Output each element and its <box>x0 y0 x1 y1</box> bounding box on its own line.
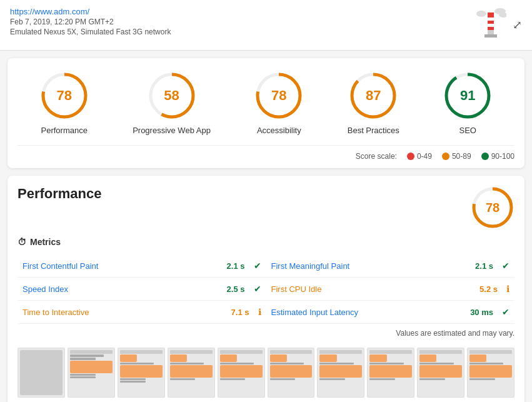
metric-fcp-icon: ✔ <box>254 261 261 271</box>
metrics-header: ⏱ Metrics <box>18 237 514 247</box>
site-url[interactable]: https://www.adm.com/ <box>10 7 89 16</box>
metric-fcp: First Contentful Paint 2.1 s ✔ <box>18 254 266 278</box>
metric-eil-icon: ✔ <box>502 307 509 317</box>
svg-rect-6 <box>484 34 497 38</box>
scale-dot-green <box>481 153 489 160</box>
svg-rect-4 <box>488 24 494 27</box>
score-value-best-practices: 87 <box>366 88 381 104</box>
share-button[interactable]: ⤢ <box>513 18 522 32</box>
thumbnail-10 <box>467 348 514 398</box>
thumbnail-5 <box>218 348 265 398</box>
score-item-best-practices: 87 Best Practices <box>348 71 399 135</box>
score-item-accessibility: 78 Accessibility <box>254 71 304 135</box>
score-item-pwa: 58 Progressive Web App <box>133 71 211 135</box>
thumbnail-9 <box>417 348 464 398</box>
thumbnail-3 <box>118 348 165 398</box>
metric-fci: First CPU Idle 5.2 s ℹ <box>266 278 515 301</box>
thumbnail-6 <box>268 348 315 398</box>
scale-range-red: 0-49 <box>417 152 432 161</box>
metrics-label: Metrics <box>30 237 61 247</box>
score-label-best-practices: Best Practices <box>348 126 399 135</box>
scale-range-orange: 50-89 <box>452 152 471 161</box>
thumbnail-1 <box>18 348 65 398</box>
lighthouse-icon <box>475 6 506 44</box>
score-value-performance: 78 <box>56 88 71 104</box>
scale-label: Score scale: <box>356 152 397 161</box>
metric-si-value: 2.5 s <box>227 284 245 294</box>
score-scale: Score scale: 0-49 50-89 90-100 <box>18 145 514 161</box>
score-ring-performance: 78 <box>39 71 89 121</box>
metric-tti-value: 7.1 s <box>231 308 249 317</box>
top-bar: https://www.adm.com/ Feb 7, 2019, 12:20 … <box>0 0 532 51</box>
scan-date: Feb 7, 2019, 12:20 PM GMT+2 <box>10 18 171 26</box>
stopwatch-icon: ⏱ <box>18 237 26 247</box>
metric-fmp-value: 2.1 s <box>475 261 493 271</box>
metric-fcp-name: First Contentful Paint <box>23 261 222 271</box>
site-info: https://www.adm.com/ Feb 7, 2019, 12:20 … <box>10 6 171 36</box>
score-ring-best-practices: 87 <box>348 71 398 121</box>
scan-config: Emulated Nexus 5X, Simulated Fast 3G net… <box>10 28 171 36</box>
svg-point-7 <box>476 11 486 17</box>
score-ring-pwa: 58 <box>147 71 197 121</box>
svg-rect-5 <box>488 27 494 30</box>
thumbnail-4 <box>168 348 215 398</box>
thumbnail-8 <box>367 348 414 398</box>
metric-fci-icon: ℹ <box>506 284 509 294</box>
metric-eil-name: Estimated Input Latency <box>271 308 466 317</box>
scale-red: 0-49 <box>407 152 432 161</box>
score-label-seo: SEO <box>459 126 476 135</box>
scale-orange: 50-89 <box>442 152 471 161</box>
svg-rect-2 <box>488 18 494 21</box>
svg-rect-1 <box>488 13 494 18</box>
metric-si: Speed Index 2.5 s ✔ <box>18 278 266 301</box>
score-value-accessibility: 78 <box>271 88 286 104</box>
metric-tti-icon: ℹ <box>258 307 261 317</box>
performance-title: Performance <box>18 186 102 202</box>
scale-dot-red <box>407 153 414 160</box>
metric-fci-name: First CPU Idle <box>271 284 475 294</box>
scores-card: 78 Performance 58 Progressive Web App <box>8 58 524 168</box>
metric-tti-name: Time to Interactive <box>23 308 226 317</box>
metric-fmp-name: First Meaningful Paint <box>271 261 471 271</box>
score-item-seo: 91 SEO <box>443 71 493 135</box>
score-value-pwa: 58 <box>164 88 179 104</box>
thumbnail-7 <box>317 348 364 398</box>
metric-fci-value: 5.2 s <box>479 284 498 294</box>
score-item-performance: 78 Performance <box>39 71 89 135</box>
metric-si-name: Speed Index <box>23 284 222 294</box>
score-label-accessibility: Accessibility <box>257 126 301 135</box>
metric-tti: Time to Interactive 7.1 s ℹ <box>18 301 266 324</box>
score-label-performance: Performance <box>41 126 87 135</box>
performance-ring-score: 78 <box>486 201 499 215</box>
metrics-grid: First Contentful Paint 2.1 s ✔ First Mea… <box>18 254 514 324</box>
values-note: Values are estimated and may vary. <box>18 329 514 338</box>
metric-eil-value: 30 ms <box>470 308 493 317</box>
scale-range-green: 90-100 <box>491 152 514 161</box>
metric-fcp-value: 2.1 s <box>227 261 245 271</box>
metric-fmp-icon: ✔ <box>502 261 509 271</box>
performance-header: Performance 78 <box>18 186 514 229</box>
scale-green: 90-100 <box>481 152 514 161</box>
thumbnail-2 <box>68 348 115 398</box>
score-label-pwa: Progressive Web App <box>133 126 211 135</box>
metric-fmp: First Meaningful Paint 2.1 s ✔ <box>266 254 515 278</box>
performance-title-block: Performance <box>18 186 102 202</box>
top-bar-actions: ⤢ <box>475 6 522 44</box>
metric-eil: Estimated Input Latency 30 ms ✔ <box>266 301 515 324</box>
performance-ring: 78 <box>471 186 514 229</box>
svg-rect-3 <box>488 21 494 24</box>
scores-row: 78 Performance 58 Progressive Web App <box>18 71 514 135</box>
performance-section: Performance 78 ⏱ Metrics First Contentfu… <box>8 176 524 402</box>
metric-si-icon: ✔ <box>254 284 261 294</box>
thumbnails-row <box>18 348 514 398</box>
scale-dot-orange <box>442 153 449 160</box>
score-ring-seo: 91 <box>443 71 493 121</box>
score-ring-accessibility: 78 <box>254 71 304 121</box>
score-value-seo: 91 <box>460 88 475 104</box>
